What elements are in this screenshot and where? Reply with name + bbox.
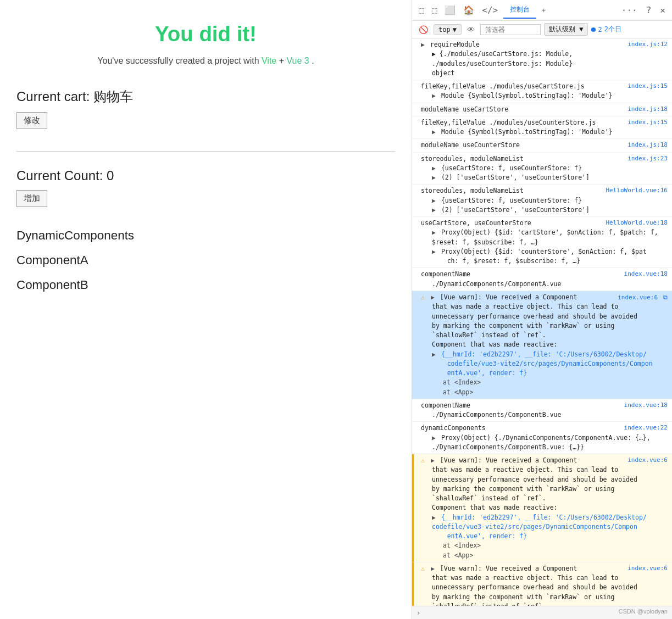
count-section-title: Current Count: 0 — [16, 168, 395, 183]
devtools-topbar: ⬚ ⬚ ⬜ 🏠 </> 控制台 + ··· ? ✕ — [412, 0, 672, 21]
log-entry-2: fileKey,fileValue ./modules/useCartStore… — [412, 80, 672, 103]
expand-icon-14[interactable]: ▶ — [431, 564, 436, 573]
log-entry-12: dynamicComponents index.vue:22 ▶ Proxy(O… — [412, 422, 672, 454]
log-link-9[interactable]: index.vue:18 — [624, 270, 668, 279]
component-a-label: ComponentA — [16, 248, 395, 273]
expand-icon-13[interactable]: ▶ — [431, 456, 436, 465]
dot-blue — [591, 27, 596, 32]
eye-icon[interactable]: 👁 — [465, 24, 477, 35]
left-panel: You did it! You've successfully created … — [0, 0, 412, 619]
devtools-panel: ⬚ ⬚ ⬜ 🏠 </> 控制台 + ··· ? ✕ 🚫 top ▼ 👁 默认级别… — [412, 0, 672, 619]
bottom-arrow[interactable]: › — [416, 609, 420, 617]
top-selector[interactable]: top ▼ — [434, 24, 462, 35]
log-entry-7: storeodules, moduleNameList HelloWorld.v… — [412, 185, 672, 217]
log-entry-14-warn: ⚠ ▶ [Vue warn]: Vue received a Component… — [412, 562, 672, 606]
log-entry-9: componentName index.vue:18 ./DynamicComp… — [412, 268, 672, 291]
log-link-5[interactable]: index.js:18 — [627, 141, 668, 150]
log-link-6[interactable]: index.js:23 — [627, 154, 668, 164]
component-list: DynamicComponents ComponentA ComponentB — [16, 224, 395, 297]
filter-input[interactable] — [480, 24, 541, 35]
toggle-icon[interactable]: ⬜ — [442, 4, 458, 16]
level-selector[interactable]: 默认级别 ▼ — [544, 23, 588, 36]
expand-icon-2[interactable]: ▶ — [432, 91, 437, 101]
count-label: 2个日 — [604, 25, 621, 34]
log-link-8[interactable]: HelloWorld.vue:18 — [606, 219, 668, 228]
close-icon[interactable]: ✕ — [658, 4, 668, 16]
log-entry-6: storeodules, moduleNameList index.js:23 … — [412, 153, 672, 185]
log-link-10[interactable]: index.vue:6 — [618, 294, 658, 301]
expand-icon-10[interactable]: ▶ — [431, 293, 436, 302]
expand-icon-7b[interactable]: ▶ — [432, 205, 437, 215]
ban-icon[interactable]: 🚫 — [416, 24, 430, 35]
inspect-icon[interactable]: ⬚ — [430, 4, 440, 16]
log-link-11[interactable]: index.vue:18 — [624, 401, 668, 410]
top-chevron: ▼ — [453, 26, 457, 34]
expand-icon-4[interactable]: ▶ — [432, 127, 437, 137]
expand-icon-8a[interactable]: ▶ — [432, 228, 437, 237]
more-icon[interactable]: ··· — [619, 4, 640, 16]
divider — [16, 151, 395, 152]
expand-icon-8b[interactable]: ▶ — [432, 247, 437, 256]
level-chevron: ▼ — [579, 25, 583, 33]
log-entry-13-warn: ⚠ ▶ [Vue warn]: Vue received a Component… — [412, 454, 672, 562]
log-entry-1: ▶ requireModule index.js:12 ▶ {./modules… — [412, 38, 672, 80]
log-entry-10-warn: ⚠ ▶ [Vue warn]: Vue received a Component… — [412, 291, 672, 399]
expand-icon-12[interactable]: ▶ — [432, 433, 437, 443]
warn-icon-10: ⚠ — [421, 293, 425, 301]
log-entry-8: useCartStore, useCounterStore HelloWorld… — [412, 217, 672, 268]
count-value: 2 — [598, 26, 602, 34]
log-link-14[interactable]: index.vue:6 — [627, 564, 668, 573]
devtools-top-right: ··· ? ✕ — [619, 4, 668, 16]
modify-button[interactable]: 修改 — [16, 112, 47, 129]
tab-console[interactable]: 控制台 — [503, 2, 536, 19]
log-link-3[interactable]: index.js:18 — [627, 105, 668, 114]
tab-add[interactable]: + — [537, 4, 550, 16]
log-link-4[interactable]: index.js:15 — [627, 118, 668, 127]
log-link-13[interactable]: index.vue:6 — [627, 456, 668, 465]
devtools-toolbar: 🚫 top ▼ 👁 默认级别 ▼ 2 2个日 — [412, 21, 672, 38]
subtitle: You've successfully created a project wi… — [16, 56, 395, 66]
external-link-10[interactable]: ⧉ — [663, 294, 668, 301]
warn-icon-14: ⚠ — [421, 565, 425, 572]
log-entry-5: moduleName useCounterStore index.js:18 — [412, 139, 672, 152]
expand-sub-10[interactable]: ▶ — [432, 350, 437, 359]
device-icon[interactable]: ⬚ — [416, 4, 426, 16]
expand-icon-7a[interactable]: ▶ — [432, 196, 437, 205]
warn-icon-13: ⚠ — [421, 456, 425, 464]
level-label: 默认级别 — [549, 25, 575, 33]
log-link-12[interactable]: index.vue:22 — [624, 423, 668, 433]
log-link-7[interactable]: HelloWorld.vue:16 — [606, 186, 668, 196]
expand-sub-13[interactable]: ▶ — [432, 513, 437, 522]
log-entry-11: componentName index.vue:18 ./DynamicComp… — [412, 399, 672, 422]
source-icon[interactable]: </> — [480, 4, 500, 16]
vite-link[interactable]: Vite — [262, 56, 276, 65]
log-entry-3: moduleName useCartStore index.js:18 — [412, 103, 672, 116]
log-link-1[interactable]: index.js:12 — [627, 40, 668, 49]
add-button[interactable]: 增加 — [16, 190, 47, 207]
watermark: CSDN @volodyan — [619, 608, 668, 615]
log-entry-4: fileKey,fileValue ./modules/useCounterSt… — [412, 116, 672, 140]
top-label: top — [438, 26, 451, 34]
cart-section-title: Current cart: 购物车 — [16, 88, 395, 105]
home-icon[interactable]: 🏠 — [461, 4, 476, 16]
devtools-tabs: 控制台 + — [503, 2, 616, 19]
dynamic-components-label: DynamicComponents — [16, 224, 395, 248]
expand-icon-1[interactable]: ▶ — [421, 40, 426, 49]
component-b-label: ComponentB — [16, 273, 395, 298]
error-count: 2 2个日 — [591, 25, 621, 34]
help-icon[interactable]: ? — [644, 4, 654, 16]
log-link-2[interactable]: index.js:15 — [627, 82, 668, 91]
page-title: You did it! — [16, 22, 395, 46]
vue-link[interactable]: Vue 3 — [287, 56, 309, 65]
expand-icon-6b[interactable]: ▶ — [432, 173, 437, 182]
expand-icon-6a[interactable]: ▶ — [432, 164, 437, 173]
console-area[interactable]: ▶ requireModule index.js:12 ▶ {./modules… — [412, 38, 672, 606]
